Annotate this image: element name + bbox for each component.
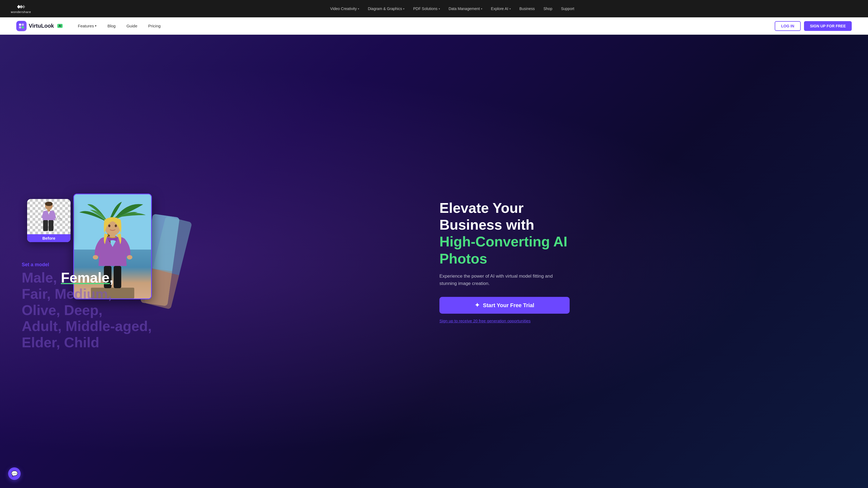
chat-icon: 💬 [11,470,18,477]
chevron-down-icon: ▾ [509,7,511,10]
model-options-area: Set a model Male, Female, Fair, Medium, … [22,262,152,351]
product-nav-pricing[interactable]: Pricing [144,22,165,30]
svg-rect-0 [19,24,21,26]
headline-line3-green: High-Converting AI [439,234,567,250]
chevron-down-icon: ▾ [403,7,404,10]
nav-item-shop[interactable]: Shop [540,4,556,13]
hero-subtext: Experience the power of AI with virtual … [439,272,569,287]
chevron-down-icon: ▾ [481,7,482,10]
svg-point-17 [108,225,111,227]
hero-right-content: Elevate Your Business with High-Converti… [429,199,846,323]
product-nav-blog[interactable]: Blog [103,22,120,30]
model-option-fair: Fair, Medium, [22,286,112,302]
before-card: ↖ Before [27,199,70,242]
model-option-male: Male, [22,270,61,286]
virtulook-name: VirtuLook [29,23,54,29]
cursor-icon: ↖ [57,215,62,222]
person-before-silhouette [39,201,58,232]
nav-item-video-creativity[interactable]: Video Creativity ▾ [327,4,362,13]
model-option-olive: Olive, Deep, [22,302,102,318]
headline-line4-green: Photos [439,251,487,266]
star-icon: ✦ [475,302,479,309]
product-nav-guide[interactable]: Guide [122,22,142,30]
trial-button-label: Start Your Free Trial [483,302,534,308]
model-option-female: Female, [61,270,114,286]
nav-item-business[interactable]: Business [516,4,538,13]
product-navigation: VirtuLook AI Features ▾ Blog Guide Prici… [0,18,868,35]
svg-point-8 [45,202,53,206]
chevron-down-icon: ▾ [439,7,440,10]
svg-rect-6 [43,220,48,231]
free-gen-link[interactable]: Sign up to receive 20 free generation op… [439,319,531,323]
nav-item-data-management[interactable]: Data Management ▾ [445,4,486,13]
svg-point-18 [115,225,117,227]
product-nav-items: Features ▾ Blog Guide Pricing [73,22,775,30]
top-nav-items: Video Creativity ▾ Diagram & Graphics ▾ … [48,4,857,13]
virtulook-icon [16,21,27,31]
wondershare-text: wondershare [11,10,31,13]
virtulook-logo[interactable]: VirtuLook AI [16,21,63,31]
svg-rect-7 [49,220,54,231]
model-options-text: Male, Female, Fair, Medium, Olive, Deep,… [22,270,152,351]
nav-item-pdf-solutions[interactable]: PDF Solutions ▾ [410,4,443,13]
svg-point-13 [93,255,98,259]
chevron-down-icon: ▾ [95,24,97,28]
wondershare-logo[interactable]: wondershare [11,4,31,13]
hero-headline: Elevate Your Business with High-Converti… [439,199,567,267]
product-nav-actions: LOG IN SIGN UP FOR FREE [775,21,852,31]
top-navigation: wondershare Video Creativity ▾ Diagram &… [0,0,868,18]
model-option-adult: Adult, Middle-aged, [22,318,152,334]
chat-bubble[interactable]: 💬 [8,467,21,480]
before-label: Before [27,234,70,242]
product-nav-features[interactable]: Features ▾ [73,22,101,30]
svg-rect-3 [22,26,24,29]
model-option-elder: Elder, Child [22,334,99,350]
svg-rect-5 [48,209,50,212]
svg-rect-2 [19,26,21,29]
hero-section: ↖ Before [0,35,868,488]
headline-line2: Business with [439,217,534,233]
nav-item-diagram-graphics[interactable]: Diagram & Graphics ▾ [365,4,408,13]
nav-item-explore-ai[interactable]: Explore AI ▾ [488,4,514,13]
headline-line1: Elevate Your [439,200,524,216]
hero-image-container: ↖ Before [22,194,179,329]
start-trial-button[interactable]: ✦ Start Your Free Trial [439,297,569,314]
hero-left-content: ↖ Before [22,194,429,329]
chevron-down-icon: ▾ [358,7,359,10]
nav-item-support[interactable]: Support [558,4,578,13]
signup-button[interactable]: SIGN UP FOR FREE [804,21,852,31]
login-button[interactable]: LOG IN [775,21,801,31]
svg-point-14 [127,255,132,259]
before-card-image: ↖ [27,199,70,234]
svg-rect-1 [22,24,24,26]
set-a-model-label: Set a model [22,262,152,268]
ai-badge: AI [57,24,63,28]
